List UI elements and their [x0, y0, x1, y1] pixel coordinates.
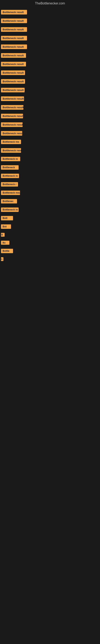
bottleneck-result-item[interactable]: Bottleneck re [1, 157, 20, 161]
bottleneck-result-item[interactable]: n [1, 257, 3, 261]
bottleneck-result-item[interactable]: Bottleneck result [1, 36, 27, 40]
bottleneck-result-item[interactable]: Bottleneck result [1, 88, 25, 92]
bottleneck-result-item[interactable]: Bottleneck result [1, 27, 27, 32]
bottleneck-result-item[interactable]: Bot [1, 224, 11, 229]
bottleneck-result-item[interactable]: Bottleneck result [1, 79, 25, 84]
bottleneck-result-item[interactable]: Bottleneck result [1, 148, 21, 153]
bottleneck-result-item[interactable]: Bottle [1, 249, 13, 253]
bottleneck-result-item[interactable]: Bottleneck res [1, 140, 21, 144]
bottleneck-result-item[interactable]: Bottleneck result [1, 53, 26, 58]
site-title: TheBottlenecker.com [0, 0, 100, 7]
bottleneck-result-item[interactable]: Bottleneck r [1, 182, 18, 186]
bottleneck-result-item[interactable]: Bott [1, 216, 13, 220]
bottleneck-result-item[interactable]: Bottleneck re [1, 174, 19, 178]
bottleneck-result-item[interactable]: Bottleneck result [1, 105, 23, 110]
bottleneck-result-item[interactable]: Bottleneck result [1, 62, 26, 66]
bottleneck-result-item[interactable]: B [1, 233, 4, 237]
bottleneck-result-item[interactable]: Bottleneck [1, 165, 19, 170]
bottleneck-result-item[interactable]: Bottleneck result [1, 10, 27, 14]
bottleneck-result-item[interactable]: Bottleneck result [1, 96, 24, 101]
bottleneck-result-item[interactable]: Bottleneck re [1, 208, 19, 212]
bottleneck-result-item[interactable]: Bottleneck result [1, 18, 27, 23]
bottleneck-result-item[interactable]: Bottlenec [1, 199, 17, 204]
bottleneck-result-item[interactable]: Bottleneck result [1, 114, 23, 118]
bottleneck-result-item[interactable]: Bottleneck resu [1, 190, 20, 195]
bottleneck-result-item[interactable]: Bottleneck result [1, 44, 27, 49]
bottleneck-result-item[interactable]: Bottleneck result [1, 70, 25, 75]
bottleneck-result-item[interactable]: Bottleneck result [1, 131, 22, 136]
bottleneck-items-list: Bottleneck resultBottleneck resultBottle… [0, 7, 100, 264]
bottleneck-result-item[interactable]: Bottleneck result [1, 122, 23, 127]
bottleneck-result-item[interactable]: Bo [1, 241, 9, 245]
